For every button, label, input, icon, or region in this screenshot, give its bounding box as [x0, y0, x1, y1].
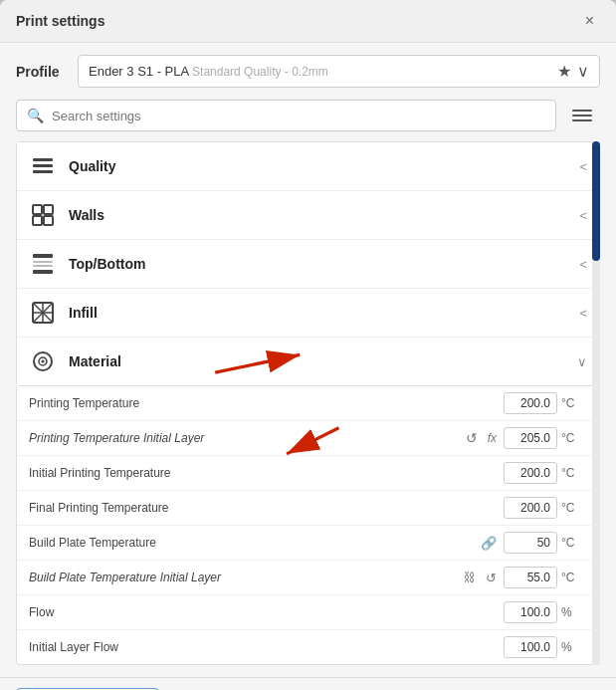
setting-print-temp-initial-icons: ↺ fx — [463, 429, 500, 447]
profile-dropdown[interactable]: Ender 3 S1 - PLA Standard Quality - 0.2m… — [78, 55, 600, 88]
setting-final-print-temp-unit: °C — [561, 501, 579, 515]
infill-icon — [29, 299, 57, 327]
walls-icon — [29, 201, 57, 229]
window-title: Print settings — [16, 13, 104, 29]
scrollbar-track[interactable] — [592, 141, 600, 665]
setting-print-temp-value[interactable]: 200.0 — [504, 392, 557, 414]
setting-print-temp-initial-unit: °C — [561, 431, 579, 445]
setting-build-plate-temp-value[interactable]: 50 — [504, 532, 557, 554]
profile-label: Profile — [16, 64, 66, 80]
svg-rect-0 — [33, 158, 53, 161]
setting-build-plate-temp-icons: 🔗 — [478, 535, 500, 552]
main-content: Profile Ender 3 S1 - PLA Standard Qualit… — [0, 43, 616, 677]
sidebar-item-walls[interactable]: Walls < — [17, 191, 599, 240]
setting-flow: Flow 100.0 % — [17, 595, 591, 630]
setting-build-plate-temp-initial-icons: ⛓ ↺ — [461, 570, 500, 586]
link-broken-icon-btn[interactable]: ⛓ — [461, 570, 479, 585]
menu-line-2 — [572, 115, 592, 116]
setting-build-plate-temp-label: Build Plate Temperature — [29, 536, 478, 550]
topbottom-chevron: < — [579, 257, 587, 272]
setting-print-temp-label: Printing Temperature — [29, 396, 500, 410]
nav-list: Quality < Walls < — [16, 141, 600, 386]
setting-final-print-temp-label: Final Printing Temperature — [29, 501, 500, 515]
profile-row: Profile Ender 3 S1 - PLA Standard Qualit… — [16, 55, 600, 88]
material-chevron: ∨ — [577, 354, 587, 369]
topbottom-icon — [29, 250, 57, 278]
menu-line-1 — [572, 110, 592, 112]
profile-dropdown-icons: ★ ∨ — [557, 62, 589, 81]
walls-label: Walls — [69, 207, 567, 223]
svg-rect-7 — [33, 254, 53, 258]
search-box: 🔍 — [16, 100, 556, 131]
setting-initial-print-temp-value[interactable]: 200.0 — [504, 462, 557, 484]
material-label: Material — [69, 353, 565, 369]
setting-final-print-temp: Final Printing Temperature 200.0 °C — [17, 491, 591, 526]
link-icon-btn[interactable]: 🔗 — [478, 535, 500, 552]
infill-label: Infill — [69, 305, 567, 321]
reset-icon-btn[interactable]: ↺ — [463, 429, 481, 447]
quality-label: Quality — [69, 158, 567, 174]
setting-build-plate-temp: Build Plate Temperature 🔗 50 °C — [17, 526, 591, 561]
svg-rect-8 — [33, 261, 53, 263]
setting-initial-layer-flow-value[interactable]: 100.0 — [504, 636, 557, 658]
svg-point-18 — [42, 360, 45, 363]
search-icon: 🔍 — [27, 108, 44, 123]
menu-button[interactable] — [564, 106, 600, 125]
setting-build-plate-temp-initial-label: Build Plate Temperature Initial Layer — [29, 571, 461, 584]
setting-flow-label: Flow — [29, 605, 500, 619]
setting-initial-layer-flow: Initial Layer Flow 100.0 % — [17, 630, 591, 664]
setting-print-temp-unit: °C — [561, 396, 579, 410]
walls-chevron: < — [579, 208, 587, 223]
setting-print-temp-initial-label: Printing Temperature Initial Layer — [29, 431, 463, 445]
setting-initial-layer-flow-label: Initial Layer Flow — [29, 640, 500, 654]
search-row: 🔍 — [16, 100, 600, 131]
topbottom-label: Top/Bottom — [69, 256, 567, 272]
title-bar: Print settings × — [0, 0, 616, 43]
svg-rect-6 — [44, 216, 53, 225]
star-icon: ★ — [557, 62, 571, 81]
setting-build-plate-temp-initial: Build Plate Temperature Initial Layer ⛓ … — [17, 561, 591, 595]
reset-build-icon-btn[interactable]: ↺ — [483, 570, 500, 586]
print-settings-window: Print settings × Profile Ender 3 S1 - PL… — [0, 0, 616, 690]
svg-rect-5 — [33, 216, 42, 225]
setting-initial-print-temp-label: Initial Printing Temperature — [29, 466, 500, 480]
svg-rect-9 — [33, 265, 53, 267]
setting-build-plate-temp-initial-value[interactable]: 55.0 — [504, 567, 557, 588]
setting-initial-layer-flow-unit: % — [561, 640, 579, 654]
setting-print-temp-initial: Printing Temperature Initial Layer ↺ fx … — [17, 421, 591, 456]
main-nav-block: Quality < Walls < — [16, 141, 600, 665]
chevron-down-icon: ∨ — [577, 62, 589, 81]
setting-build-plate-temp-initial-unit: °C — [561, 571, 579, 584]
material-icon — [29, 347, 57, 375]
svg-rect-2 — [33, 170, 53, 173]
quality-chevron: < — [579, 159, 587, 174]
sidebar-item-infill[interactable]: Infill < — [17, 289, 599, 338]
fx-icon-btn[interactable]: fx — [485, 430, 500, 446]
svg-rect-1 — [33, 164, 53, 167]
profile-value: Ender 3 S1 - PLA Standard Quality - 0.2m… — [89, 64, 328, 79]
quality-icon — [29, 152, 57, 180]
setting-initial-print-temp: Initial Printing Temperature 200.0 °C — [17, 456, 591, 491]
sidebar-item-quality[interactable]: Quality < — [17, 142, 599, 191]
search-input[interactable] — [52, 109, 545, 123]
svg-rect-10 — [33, 270, 53, 274]
material-settings: Printing Temperature 200.0 °C Printing T… — [16, 386, 600, 665]
close-button[interactable]: × — [579, 10, 600, 32]
svg-rect-4 — [44, 205, 53, 214]
sidebar-item-topbottom[interactable]: Top/Bottom < — [17, 240, 599, 289]
sidebar-item-material[interactable]: Material ∨ — [17, 338, 599, 385]
bottom-bar: ‹ Recommended — [0, 677, 616, 690]
menu-line-3 — [572, 119, 592, 121]
setting-initial-print-temp-unit: °C — [561, 466, 579, 480]
infill-chevron: < — [579, 306, 587, 321]
svg-rect-3 — [33, 205, 42, 214]
setting-print-temp-initial-value[interactable]: 205.0 — [504, 427, 557, 449]
scrollbar-thumb[interactable] — [592, 141, 600, 261]
setting-flow-unit: % — [561, 605, 579, 619]
setting-final-print-temp-value[interactable]: 200.0 — [504, 497, 557, 519]
setting-build-plate-temp-unit: °C — [561, 536, 579, 550]
setting-flow-value[interactable]: 100.0 — [504, 601, 557, 623]
setting-print-temp: Printing Temperature 200.0 °C — [17, 386, 591, 421]
